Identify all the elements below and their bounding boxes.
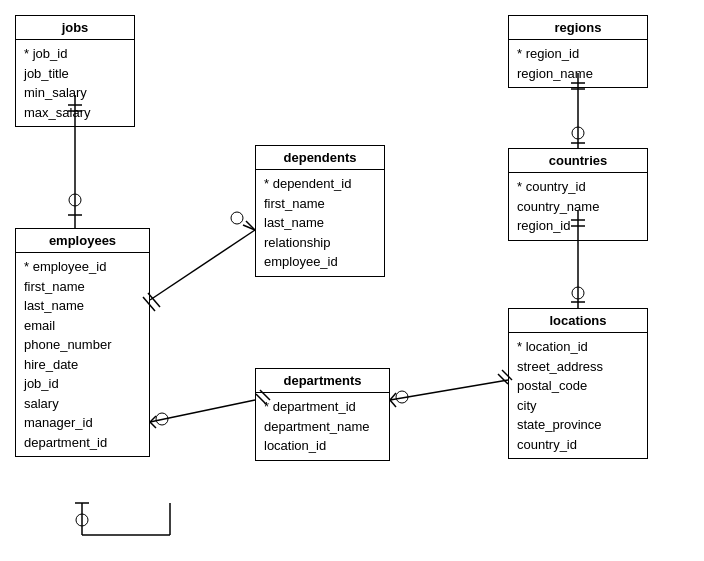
table-departments-body: * department_id department_name location… (256, 393, 389, 460)
svg-line-6 (150, 230, 255, 300)
table-locations: locations * location_id street_address p… (508, 308, 648, 459)
table-employees: employees * employee_id first_name last_… (15, 228, 150, 457)
svg-point-13 (156, 413, 168, 425)
table-locations-body: * location_id street_address postal_code… (509, 333, 647, 458)
table-employees-header: employees (16, 229, 149, 253)
svg-line-23 (390, 380, 508, 400)
svg-point-4 (69, 194, 81, 206)
table-regions-header: regions (509, 16, 647, 40)
table-dependents: dependents * dependent_id first_name las… (255, 145, 385, 277)
table-countries: countries * country_id country_name regi… (508, 148, 648, 241)
table-regions: regions * region_id region_name (508, 15, 648, 88)
table-departments: departments * department_id department_n… (255, 368, 390, 461)
svg-point-24 (396, 391, 408, 403)
erd-diagram: jobs * job_id job_title min_salary max_s… (0, 0, 704, 561)
svg-line-14 (150, 416, 156, 422)
svg-point-32 (572, 127, 584, 139)
table-jobs-header: jobs (16, 16, 134, 40)
table-regions-body: * region_id region_name (509, 40, 647, 87)
svg-line-27 (498, 374, 508, 384)
table-countries-header: countries (509, 149, 647, 173)
table-locations-header: locations (509, 309, 647, 333)
svg-line-15 (150, 422, 156, 428)
svg-point-21 (76, 514, 88, 526)
table-countries-body: * country_id country_name region_id (509, 173, 647, 240)
table-dependents-body: * dependent_id first_name last_name rela… (256, 170, 384, 276)
svg-line-26 (390, 400, 396, 407)
svg-line-12 (150, 400, 255, 422)
svg-line-11 (243, 225, 255, 230)
table-departments-header: departments (256, 369, 389, 393)
table-jobs: jobs * job_id job_title min_salary max_s… (15, 15, 135, 127)
table-dependents-header: dependents (256, 146, 384, 170)
svg-point-9 (231, 212, 243, 224)
svg-line-10 (246, 221, 255, 230)
table-employees-body: * employee_id first_name last_name email… (16, 253, 149, 456)
table-jobs-body: * job_id job_title min_salary max_salary (16, 40, 134, 126)
svg-point-37 (572, 287, 584, 299)
svg-line-25 (390, 393, 396, 400)
